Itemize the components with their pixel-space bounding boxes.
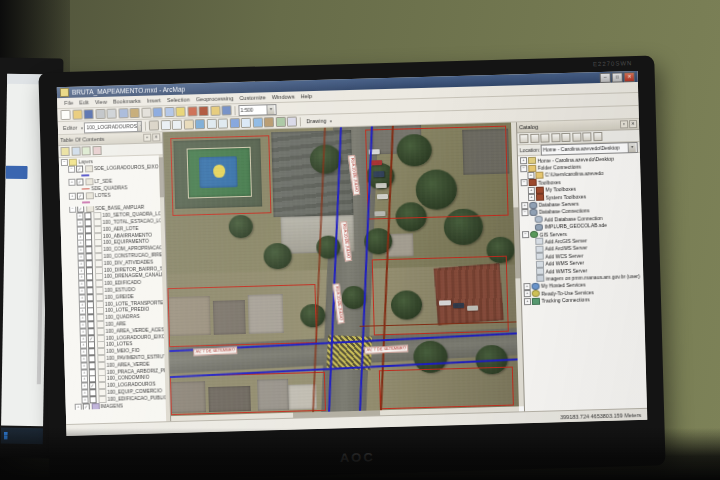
menu-bookmarks[interactable]: Bookmarks	[110, 98, 144, 105]
expander-icon[interactable]: −	[521, 179, 528, 186]
delete-icon[interactable]	[141, 108, 151, 118]
pin-icon[interactable]: ▪	[143, 134, 151, 142]
fixed-zoom-in-icon[interactable]	[207, 119, 217, 129]
connect-icon[interactable]	[530, 134, 539, 143]
layer-checkbox[interactable]	[89, 396, 96, 403]
expander-icon[interactable]: −	[520, 165, 527, 172]
tree-item-label: Add WMS Server	[545, 260, 584, 267]
expander-icon[interactable]: +	[524, 290, 531, 297]
python-icon[interactable]	[582, 132, 591, 141]
menu-geoprocessing[interactable]: Geoprocessing	[193, 95, 237, 102]
cat-toolbox-icon[interactable]	[572, 133, 581, 142]
expander-icon[interactable]: +	[69, 193, 76, 200]
server-add-icon	[535, 246, 543, 253]
redo-icon[interactable]	[164, 107, 174, 117]
close-icon[interactable]: ✕	[629, 120, 637, 128]
minimize-button[interactable]: –	[600, 72, 611, 82]
close-icon[interactable]: ✕	[152, 133, 160, 141]
toc-header-buttons: ▪ ✕	[143, 133, 160, 141]
menu-view[interactable]: View	[92, 99, 110, 106]
menu-insert[interactable]: Insert	[144, 97, 164, 104]
select-features-icon[interactable]	[241, 118, 251, 128]
add-data-icon[interactable]	[175, 107, 185, 117]
fixed-zoom-out-icon[interactable]	[218, 118, 228, 128]
desk-shadow	[0, 428, 720, 480]
menu-edit[interactable]: Edit	[76, 99, 92, 105]
launch-icon[interactable]	[561, 133, 570, 142]
drawing-menu-label[interactable]: Drawing	[304, 118, 328, 125]
maximize-button[interactable]: □	[612, 72, 623, 82]
save-icon[interactable]	[83, 109, 93, 119]
cut-icon[interactable]	[106, 109, 116, 119]
expander-icon[interactable]: +	[527, 172, 534, 179]
layer-checkbox[interactable]: ✓	[77, 192, 84, 199]
menu-windows[interactable]: Windows	[269, 93, 298, 100]
expander-icon[interactable]: −	[61, 159, 68, 166]
list-by-drawing-order-icon[interactable]	[60, 147, 69, 156]
hosted-icon	[531, 283, 539, 290]
up-icon[interactable]	[519, 134, 528, 143]
map-canvas[interactable]: RUA 10 DE JULHORUA 10 DE JULHORUA 10 DE …	[163, 123, 519, 417]
options-icon[interactable]	[593, 132, 602, 141]
layer-checkbox[interactable]: ✓	[83, 403, 90, 410]
expander-icon[interactable]: +	[75, 403, 82, 410]
paste-icon[interactable]	[129, 108, 139, 118]
xtool-icon[interactable]	[187, 106, 197, 116]
expander-icon[interactable]: +	[528, 187, 535, 194]
expander-icon[interactable]: −	[68, 165, 75, 172]
find-icon[interactable]	[264, 117, 274, 127]
expander-icon[interactable]: +	[521, 202, 528, 209]
parcel-outline	[170, 372, 326, 415]
pan-icon[interactable]	[184, 119, 194, 129]
expander-icon[interactable]: −	[69, 206, 76, 213]
expander-icon[interactable]: −	[522, 231, 529, 238]
server-add-icon	[536, 260, 544, 267]
catalog-icon[interactable]	[210, 106, 220, 116]
full-extent-icon[interactable]	[195, 119, 205, 129]
menu-help[interactable]: Help	[298, 93, 316, 99]
close-button[interactable]: ✕	[624, 72, 635, 82]
img-icon	[91, 403, 99, 410]
pin-icon[interactable]: ▪	[620, 120, 628, 128]
menu-customize[interactable]: Customize	[236, 94, 269, 101]
menu-selection[interactable]: Selection	[164, 96, 193, 103]
layer-checkbox[interactable]: ✓	[76, 179, 83, 186]
copy-icon[interactable]	[118, 108, 128, 118]
tree-item-label: My Toolboxes	[545, 186, 576, 193]
expander-icon[interactable]: +	[528, 194, 535, 201]
measure-icon[interactable]	[276, 117, 286, 127]
refresh-icon[interactable]	[551, 133, 560, 142]
print-icon[interactable]	[95, 109, 105, 119]
back-icon[interactable]	[230, 118, 240, 128]
menu-file[interactable]: File	[61, 100, 76, 106]
disconnect-icon[interactable]	[540, 133, 549, 142]
open-icon[interactable]	[72, 109, 82, 119]
zoom-in-icon[interactable]	[161, 120, 171, 130]
layer-checkbox[interactable]: ✓	[76, 165, 83, 172]
server-add-icon	[536, 268, 544, 275]
scrollbar-thumb[interactable]	[513, 208, 520, 279]
identify-icon[interactable]	[253, 117, 263, 127]
expander-icon[interactable]: −	[521, 209, 528, 216]
expander-icon[interactable]: +	[523, 283, 530, 290]
chevron-down-icon: ▾	[628, 143, 636, 152]
list-by-visibility-icon[interactable]	[81, 146, 90, 155]
blue-button	[5, 166, 27, 179]
editor-menu-label[interactable]: Editor	[61, 125, 80, 132]
list-by-selection-icon[interactable]	[92, 146, 101, 155]
pencil-icon[interactable]	[149, 120, 159, 130]
expander-icon[interactable]: +	[68, 179, 75, 186]
list-by-source-icon[interactable]	[71, 147, 80, 156]
map-scale-combo[interactable]: 1:500 ▾	[238, 104, 276, 116]
undo-icon[interactable]	[152, 107, 162, 117]
new-icon[interactable]	[60, 110, 70, 120]
xy-icon[interactable]	[287, 116, 297, 126]
toolbox-icon[interactable]	[198, 106, 208, 116]
expander-icon[interactable]: +	[524, 298, 531, 305]
zoom-out-icon[interactable]	[172, 120, 182, 130]
target-layer-combo[interactable]: 100_LOGRADOUROS ▾	[84, 120, 142, 133]
search-icon[interactable]	[221, 105, 231, 115]
expander-icon[interactable]: +	[520, 157, 527, 164]
map-view: RUA 10 DE JULHORUA 10 DE JULHORUA 10 DE …	[163, 122, 525, 421]
tree-item[interactable]: +✓IMAGENS	[66, 401, 170, 411]
